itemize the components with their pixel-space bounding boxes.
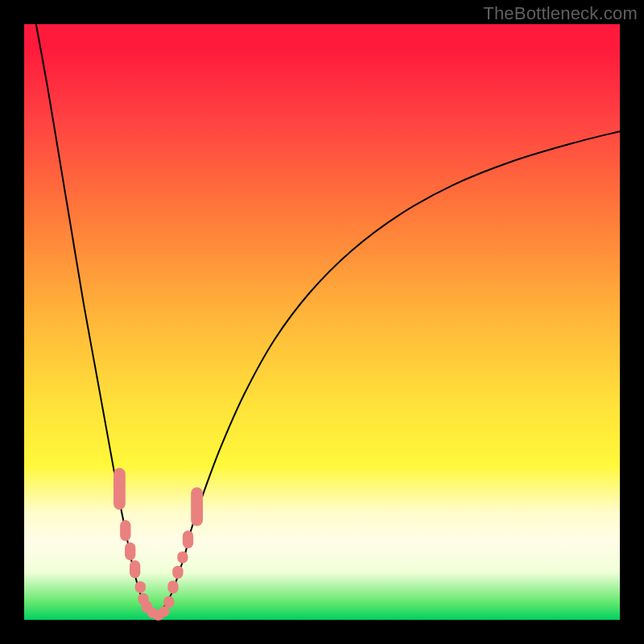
marker-point: [135, 581, 146, 593]
marker-point: [183, 530, 193, 548]
plot-area: [24, 24, 620, 620]
marker-point: [191, 487, 203, 526]
curve-left-branch: [36, 24, 155, 617]
marker-layer: [114, 468, 203, 620]
marker-point: [177, 551, 188, 564]
outer-frame: TheBottleneck.com: [0, 0, 644, 644]
marker-point: [114, 468, 126, 510]
marker-point: [130, 560, 140, 578]
marker-point: [163, 596, 174, 608]
curve-right-branch: [155, 131, 620, 617]
marker-point: [172, 566, 183, 579]
watermark-text: TheBottleneck.com: [483, 3, 638, 24]
chart-svg: [24, 24, 620, 620]
marker-point: [167, 580, 178, 593]
marker-point: [120, 520, 130, 541]
marker-point: [125, 543, 135, 560]
